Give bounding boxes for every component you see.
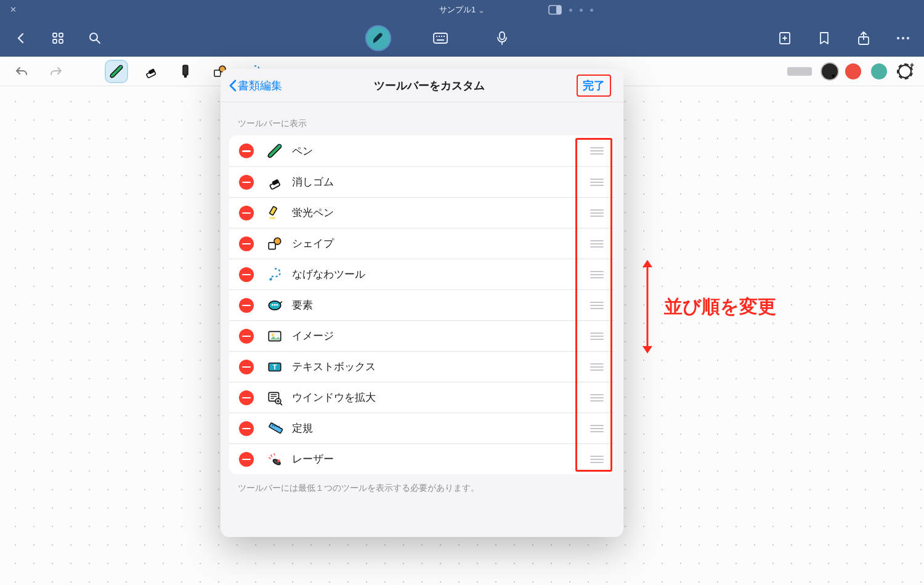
tool-row: 蛍光ペン <box>229 197 615 228</box>
drag-handle[interactable] <box>589 267 605 282</box>
tool-eraser[interactable] <box>140 61 161 82</box>
tool-row-label: テキストボックス <box>292 360 376 374</box>
remove-button[interactable] <box>239 360 254 374</box>
pen-mode-chip[interactable] <box>365 25 391 51</box>
remove-button[interactable] <box>239 267 254 282</box>
back-button[interactable]: 書類編集 <box>228 78 282 93</box>
tool-row-label: なげなわツール <box>292 267 365 281</box>
tool-row-label: レーザー <box>292 452 334 466</box>
ruler-icon <box>266 420 283 437</box>
pen-icon <box>266 142 283 159</box>
remove-button[interactable] <box>239 329 254 344</box>
tool-row: シェイプ <box>229 228 615 259</box>
svg-rect-28 <box>59 39 63 43</box>
lasso-icon <box>266 266 283 283</box>
main-toolbar <box>0 20 924 57</box>
tool-row-label: 消しゴム <box>292 175 334 189</box>
svg-rect-32 <box>439 36 440 37</box>
tool-row-label: シェイプ <box>292 236 334 251</box>
tool-row: ペン <box>229 135 615 166</box>
drag-handle[interactable] <box>589 329 605 344</box>
tool-row: テキストボックス <box>229 351 615 382</box>
remove-button[interactable] <box>239 390 254 405</box>
back-label: 書類編集 <box>238 78 282 93</box>
drag-handle[interactable] <box>589 452 605 467</box>
indicator-dot <box>569 9 572 12</box>
search-button[interactable] <box>83 26 107 50</box>
color-menu-caret-icon[interactable]: ▾ <box>832 72 835 80</box>
keyboard-button[interactable] <box>428 26 453 50</box>
modal-title: ツールバーをカスタム <box>282 78 577 93</box>
title-caret-icon[interactable]: ⌄ <box>478 6 485 15</box>
microphone-button[interactable] <box>490 26 514 50</box>
bookmark-button[interactable] <box>812 26 837 50</box>
svg-rect-30 <box>434 33 447 43</box>
color-swatch-teal[interactable] <box>871 63 887 79</box>
redo-button[interactable] <box>46 61 67 82</box>
highlighter-icon <box>266 204 283 222</box>
color-swatch-black[interactable] <box>822 63 838 79</box>
svg-point-40 <box>902 37 904 39</box>
more-button[interactable] <box>891 26 915 50</box>
drag-handle[interactable] <box>589 143 605 158</box>
image-icon <box>266 328 283 345</box>
annotation: 並び順を変更 <box>641 257 776 356</box>
textbox-icon <box>266 358 283 376</box>
svg-rect-36 <box>500 32 505 39</box>
element-icon <box>266 297 283 314</box>
remove-button[interactable] <box>239 452 254 467</box>
tool-row-label: 要素 <box>292 298 313 312</box>
indicator-dot <box>580 9 583 12</box>
document-title[interactable]: サンプル1 <box>439 4 476 15</box>
drag-handle[interactable] <box>589 421 605 436</box>
add-color-button[interactable] <box>897 63 913 79</box>
remove-button[interactable] <box>239 236 254 251</box>
remove-button[interactable] <box>239 421 254 436</box>
drag-handle[interactable] <box>589 298 605 313</box>
drag-handle[interactable] <box>589 206 605 220</box>
remove-button[interactable] <box>239 143 254 158</box>
undo-button[interactable] <box>11 61 32 82</box>
tool-pen[interactable] <box>106 61 127 82</box>
add-page-button[interactable] <box>772 26 797 50</box>
drag-handle[interactable] <box>589 390 605 405</box>
done-button[interactable]: 完了 <box>577 75 611 97</box>
svg-rect-34 <box>444 36 445 37</box>
drag-handle[interactable] <box>589 360 605 374</box>
svg-rect-24 <box>556 6 561 14</box>
svg-point-29 <box>90 33 97 41</box>
section-header: ツールバーに表示 <box>221 102 623 135</box>
share-button[interactable] <box>851 26 876 50</box>
svg-point-39 <box>897 37 899 39</box>
svg-rect-26 <box>59 33 63 37</box>
double-arrow-icon <box>641 257 654 356</box>
eraser-icon <box>266 174 283 191</box>
svg-rect-27 <box>53 39 57 43</box>
drag-handle[interactable] <box>589 236 605 251</box>
tool-highlighter[interactable] <box>175 61 196 82</box>
remove-button[interactable] <box>239 175 254 190</box>
remove-button[interactable] <box>239 206 254 220</box>
zoomwin-icon <box>266 389 283 406</box>
window-titlebar: ✕ サンプル1 ⌄ <box>0 0 924 20</box>
svg-point-41 <box>907 37 909 39</box>
tool-row: なげなわツール <box>229 259 615 289</box>
back-button[interactable] <box>9 26 33 50</box>
tool-row-label: ウインドウを拡大 <box>292 390 376 405</box>
customize-toolbar-modal: 書類編集 ツールバーをカスタム 完了 ツールバーに表示 ペン消しゴム蛍光ペンシェ… <box>221 69 623 537</box>
svg-rect-25 <box>53 33 57 37</box>
tool-row: ウインドウを拡大 <box>229 382 615 413</box>
tool-row-label: 定規 <box>292 421 313 435</box>
split-view-icon[interactable] <box>548 5 562 15</box>
list-footnote: ツールバーには最低１つのツールを表示する必要があります。 <box>221 474 623 502</box>
stroke-width-control[interactable] <box>787 67 812 76</box>
color-swatch-red[interactable] <box>845 63 861 79</box>
apps-button[interactable] <box>46 26 70 50</box>
shape-icon <box>266 235 283 252</box>
drag-handle[interactable] <box>589 175 605 190</box>
tool-row-label: ペン <box>292 144 313 158</box>
remove-button[interactable] <box>239 298 254 313</box>
svg-rect-35 <box>437 39 444 41</box>
close-button[interactable]: ✕ <box>10 5 17 14</box>
tool-row: レーザー <box>229 443 615 474</box>
